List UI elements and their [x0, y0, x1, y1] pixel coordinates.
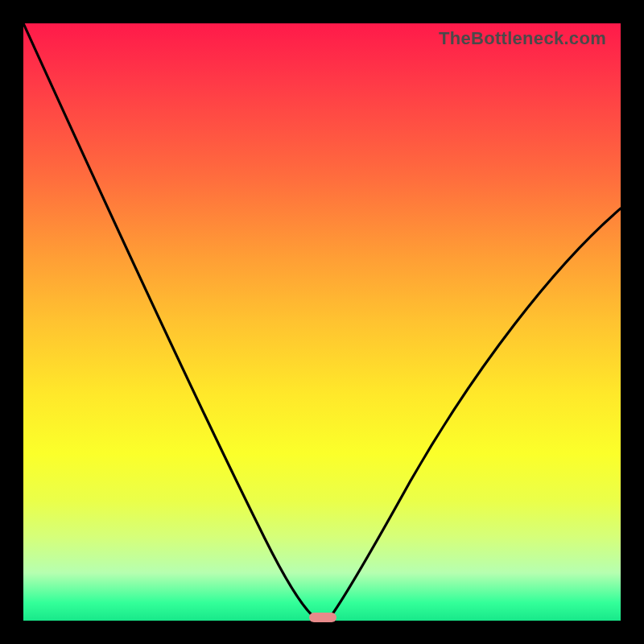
- curve-right-branch: [328, 208, 621, 621]
- plot-area: TheBottleneck.com: [23, 23, 621, 621]
- chart-frame: TheBottleneck.com: [0, 0, 644, 644]
- watermark-label: TheBottleneck.com: [439, 28, 606, 49]
- bottleneck-curve: [23, 23, 621, 621]
- curve-left-branch: [23, 23, 319, 621]
- optimum-marker: [309, 613, 336, 622]
